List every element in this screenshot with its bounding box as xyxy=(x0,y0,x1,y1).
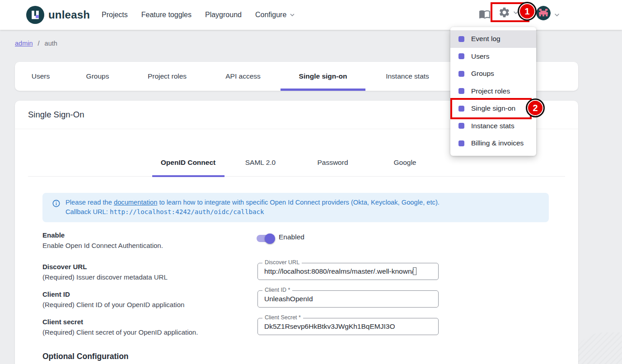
client-id-input-label: Client ID * xyxy=(262,287,292,293)
info-alert-text: Please read the documentation to learn h… xyxy=(65,198,440,216)
discover-url-input-value: http://localhost:8080/realms/master/.wel… xyxy=(264,267,416,275)
enable-description: Enable Open Id Connect Authentication. xyxy=(42,242,163,249)
user-avatar[interactable] xyxy=(536,6,551,20)
tab-api-access[interactable]: API access xyxy=(206,62,281,91)
nav-playground[interactable]: Playground xyxy=(205,11,242,19)
client-id-description: (Required) Client ID of your OpenID appl… xyxy=(42,301,184,308)
menu-item-single-sign-on[interactable]: Single sign-on xyxy=(450,100,536,117)
enable-toggle-thumb xyxy=(265,233,275,244)
nav-projects[interactable]: Projects xyxy=(102,11,128,19)
menu-bullet-icon xyxy=(458,123,464,129)
chevron-down-icon xyxy=(288,11,296,19)
profile-chevron-down-icon[interactable] xyxy=(552,10,561,19)
enable-toggle[interactable] xyxy=(257,235,274,242)
tab-saml[interactable]: SAML 2.0 xyxy=(224,148,297,177)
settings-dropdown-menu: Event log Users Groups Project roles Sin… xyxy=(450,27,536,156)
discover-url-input-label: Discover URL xyxy=(262,259,302,266)
client-id-label: Client ID xyxy=(42,290,70,298)
tab-users[interactable]: Users xyxy=(15,62,66,91)
background-texture xyxy=(572,332,622,364)
client-id-input[interactable]: Client ID * UnleashOpenId xyxy=(257,290,439,308)
info-alert: Please read the documentation to learn h… xyxy=(42,193,549,222)
brand-wordmark: unleash xyxy=(48,9,90,21)
menu-item-event-log[interactable]: Event log xyxy=(450,30,536,48)
documentation-link[interactable]: documentation xyxy=(114,199,157,206)
breadcrumb-separator: / xyxy=(38,40,40,47)
menu-bullet-icon xyxy=(458,36,464,42)
primary-nav: Projects Feature toggles Playground Conf… xyxy=(102,0,296,30)
menu-item-project-roles[interactable]: Project roles xyxy=(450,83,536,100)
menu-item-groups[interactable]: Groups xyxy=(450,65,536,83)
client-secret-input-value: Dk5Z1Rsevp6HkBtkv3JWgKh1BqEMJI3O xyxy=(264,322,395,331)
client-secret-description: (Required) Client secret of your OpenID … xyxy=(42,328,198,336)
breadcrumb-current: auth xyxy=(45,40,57,47)
nav-configure[interactable]: Configure xyxy=(255,11,296,19)
menu-bullet-icon xyxy=(458,106,464,112)
settings-menu-button[interactable] xyxy=(498,6,520,19)
nav-feature-toggles[interactable]: Feature toggles xyxy=(141,11,192,19)
tab-project-roles[interactable]: Project roles xyxy=(129,62,206,91)
tab-instance-stats[interactable]: Instance stats xyxy=(365,62,449,91)
unleash-logo[interactable]: unleash xyxy=(26,6,90,24)
gear-icon xyxy=(498,6,510,19)
client-secret-input-label: Client Secret * xyxy=(262,314,303,321)
unleash-logo-icon xyxy=(26,6,44,24)
menu-item-billing-invoices[interactable]: Billing & invoices xyxy=(450,135,536,152)
discover-url-description: (Required) Issuer discover metadata URL xyxy=(42,273,168,281)
client-secret-input[interactable]: Client Secret * Dk5Z1Rsevp6HkBtkv3JWgKh1… xyxy=(257,318,439,335)
callback-url-label: Callback URL: xyxy=(65,208,110,215)
annotation-badge-step1: 1 xyxy=(518,2,537,21)
enable-toggle-state: Enabled xyxy=(279,233,304,241)
breadcrumb-admin-link[interactable]: admin xyxy=(15,40,33,47)
menu-bullet-icon xyxy=(458,88,464,94)
menu-bullet-icon xyxy=(458,53,464,59)
callback-url-value: http://localhost:4242/auth/oidc/callback xyxy=(110,208,264,215)
info-icon xyxy=(52,199,61,208)
tab-openid-connect[interactable]: OpenID Connect xyxy=(152,148,224,177)
menu-bullet-icon xyxy=(458,140,464,146)
enable-label: Enable xyxy=(42,231,65,239)
annotation-badge-step2: 2 xyxy=(526,98,545,117)
documentation-book-icon[interactable] xyxy=(479,8,491,20)
tab-single-sign-on[interactable]: Single sign-on xyxy=(281,62,365,91)
tab-google[interactable]: Google xyxy=(369,148,441,177)
breadcrumb: admin / auth xyxy=(15,40,57,47)
menu-bullet-icon xyxy=(458,71,464,77)
menu-item-instance-stats[interactable]: Instance stats xyxy=(450,117,536,135)
text-cursor xyxy=(413,267,416,275)
client-secret-label: Client secret xyxy=(42,318,83,326)
tab-password[interactable]: Password xyxy=(297,148,369,177)
client-id-input-value: UnleashOpenId xyxy=(264,295,313,303)
menu-item-users[interactable]: Users xyxy=(450,48,536,65)
discover-url-input[interactable]: Discover URL http://localhost:8080/realm… xyxy=(257,263,439,280)
tab-groups[interactable]: Groups xyxy=(66,62,129,91)
optional-configuration-heading: Optional Configuration xyxy=(42,352,129,361)
discover-url-label: Discover URL xyxy=(42,263,87,271)
page-title: Single Sign-On xyxy=(28,110,84,120)
